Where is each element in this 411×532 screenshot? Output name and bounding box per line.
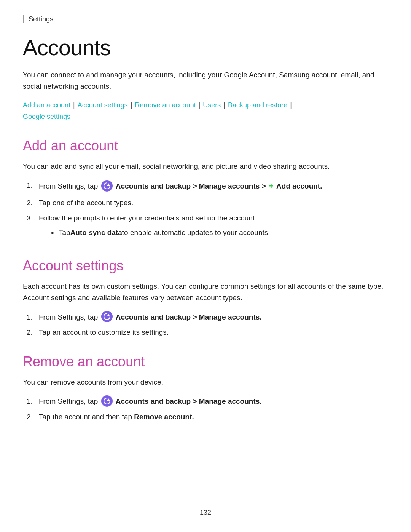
section-desc-settings: Each account has its own custom settings… bbox=[23, 281, 388, 304]
list-item: 3. Follow the prompts to enter your cred… bbox=[23, 212, 388, 243]
section-desc-add: You can add and sync all your email, soc… bbox=[23, 161, 388, 172]
plus-icon: + bbox=[269, 179, 274, 193]
nav-link-remove-account[interactable]: Remove an account bbox=[135, 101, 196, 109]
accounts-backup-icon bbox=[101, 180, 113, 192]
section-desc-remove: You can remove accounts from your device… bbox=[23, 377, 388, 388]
section-remove-account: Remove an account You can remove account… bbox=[23, 354, 388, 423]
nav-link-account-settings[interactable]: Account settings bbox=[78, 101, 128, 109]
section-add-account: Add an account You can add and sync all … bbox=[23, 138, 388, 243]
list-item: 1. From Settings, tap Accounts and backu… bbox=[23, 312, 388, 323]
breadcrumb: Settings bbox=[23, 15, 388, 23]
section-title-remove: Remove an account bbox=[23, 354, 388, 370]
page-container: Settings Accounts You can connect to and… bbox=[0, 0, 411, 469]
accounts-backup-icon-3 bbox=[101, 395, 113, 407]
list-item: 1. From Settings, tap Accounts and backu… bbox=[23, 396, 388, 407]
section-title-settings: Account settings bbox=[23, 258, 388, 274]
bullet-item: Tap Auto sync data to enable automatic u… bbox=[51, 227, 388, 238]
nav-link-google-settings[interactable]: Google settings bbox=[23, 113, 70, 120]
nav-link-backup[interactable]: Backup and restore bbox=[228, 101, 287, 109]
accounts-backup-icon-2 bbox=[101, 311, 113, 322]
list-item: 2. Tap the account and then tap Remove a… bbox=[23, 411, 388, 423]
page-title: Accounts bbox=[23, 35, 388, 60]
section-title-add: Add an account bbox=[23, 138, 388, 154]
page-number: 132 bbox=[0, 509, 411, 517]
remove-account-steps: 1. From Settings, tap Accounts and backu… bbox=[23, 396, 388, 423]
section-account-settings: Account settings Each account has its ow… bbox=[23, 258, 388, 339]
add-account-steps: 1. From Settings, tap Accounts and backu… bbox=[23, 180, 388, 242]
list-item: 1. From Settings, tap Accounts and backu… bbox=[23, 180, 388, 193]
list-item: 2. Tap one of the account types. bbox=[23, 197, 388, 209]
nav-links: Add an account | Account settings | Remo… bbox=[23, 99, 388, 123]
page-description: You can connect to and manage your accou… bbox=[23, 69, 388, 93]
nav-link-users[interactable]: Users bbox=[203, 101, 221, 109]
account-settings-steps: 1. From Settings, tap Accounts and backu… bbox=[23, 312, 388, 339]
list-item: 2. Tap an account to customize its setti… bbox=[23, 327, 388, 338]
nav-link-add-account[interactable]: Add an account bbox=[23, 101, 70, 109]
